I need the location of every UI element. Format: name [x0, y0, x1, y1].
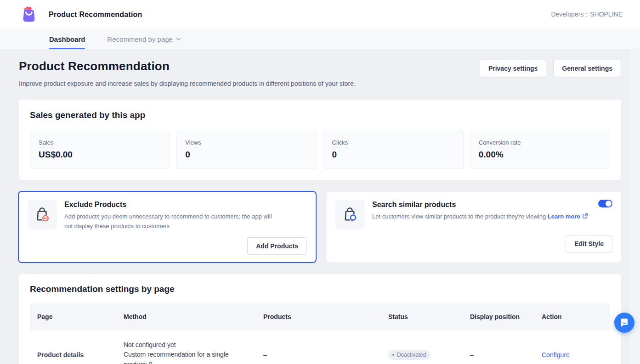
table-row: Product details Not configured yet Custo…	[30, 330, 610, 364]
developers-label: Developers：SHOPLINE	[551, 11, 623, 19]
stat-card-sales: Sales US$0.00	[30, 130, 170, 169]
stat-value-sales: US$0.00	[39, 150, 161, 160]
cell-method: Not configured yet Custom recommendation…	[116, 340, 256, 364]
add-products-button[interactable]: Add Products	[247, 237, 307, 255]
learn-more-link[interactable]: Learn more	[548, 213, 580, 220]
page-head: Product Recommendation Improve product e…	[19, 59, 621, 87]
col-header-products: Products	[256, 313, 381, 320]
search-similar-description: Let customers view similar products to t…	[372, 212, 588, 222]
settings-section-card: Recommendation settings by page Page Met…	[19, 274, 621, 364]
tab-dashboard[interactable]: Dashboard	[49, 29, 85, 49]
tab-recommend-by-page[interactable]: Recommend by page	[107, 29, 181, 49]
configure-link[interactable]: Configure	[542, 351, 570, 358]
exclude-products-title: Exclude Products	[64, 201, 273, 209]
cell-action: Configure	[534, 351, 610, 358]
chevron-down-icon	[176, 38, 181, 41]
chat-launcher-button[interactable]	[614, 313, 634, 333]
stat-value-views: 0	[185, 150, 308, 160]
col-header-display-position: Display position	[463, 313, 534, 320]
exclude-products-description: Add products you deem unnecessary to rec…	[64, 212, 273, 231]
sales-section-card: Sales generated by this app Sales US$0.0…	[19, 100, 621, 180]
general-settings-button[interactable]: General settings	[553, 60, 621, 77]
exclude-products-card: Exclude Products Add products you deem u…	[19, 192, 316, 262]
stat-card-views: Views 0	[176, 130, 317, 169]
sales-section-title: Sales generated by this app	[30, 110, 610, 120]
stat-card-clicks: Clicks 0	[323, 130, 464, 169]
search-similar-title: Search similar products	[372, 201, 588, 209]
col-header-method: Method	[116, 313, 256, 320]
app-header-title: Product Recommendation	[49, 11, 142, 19]
cell-status: Deactivated	[381, 350, 463, 360]
bag-exclude-icon	[33, 205, 51, 224]
page-subtitle: Improve product exposure and increase sa…	[19, 80, 356, 87]
stats-row: Sales US$0.00 Views 0 Clicks 0 Conversio…	[30, 130, 610, 169]
external-link-icon	[582, 213, 588, 219]
cell-page: Product details	[30, 351, 116, 358]
stat-label-sales: Sales	[39, 139, 54, 147]
search-similar-toggle[interactable]	[598, 200, 612, 207]
status-dot	[392, 354, 394, 356]
tab-dashboard-label: Dashboard	[49, 35, 85, 43]
tab-recommend-label: Recommend by page	[107, 35, 173, 43]
col-header-page: Page	[30, 313, 116, 320]
privacy-settings-button[interactable]: Privacy settings	[480, 60, 546, 77]
bag-search-icon	[341, 205, 359, 224]
tab-bar: Dashboard Recommend by page	[0, 29, 640, 50]
search-similar-card: Search similar products Let customers vi…	[327, 192, 621, 262]
settings-section-title: Recommendation settings by page	[30, 284, 610, 294]
stat-value-conversion-rate: 0.00%	[479, 150, 601, 160]
cell-products: –	[256, 351, 381, 358]
method-line-2: Custom recommendation for a single produ…	[124, 350, 249, 364]
stat-value-clicks: 0	[332, 150, 455, 160]
stat-label-views: Views	[185, 139, 201, 147]
cell-display-position: –	[463, 351, 534, 358]
col-header-status: Status	[381, 313, 463, 320]
settings-table: Page Method Products Status Display posi…	[30, 303, 610, 364]
page-title: Product Recommendation	[19, 59, 356, 73]
app-logo-icon	[19, 5, 39, 24]
stat-card-conversion-rate: Conversion rate 0.00%	[470, 130, 610, 169]
toggle-knob	[606, 201, 612, 207]
status-badge: Deactivated	[388, 350, 430, 360]
app-header: Product Recommendation Developers：SHOPLI…	[0, 0, 640, 29]
col-header-action: Action	[534, 313, 610, 320]
table-header-row: Page Method Products Status Display posi…	[30, 303, 610, 330]
stat-label-clicks: Clicks	[332, 139, 348, 147]
edit-style-button[interactable]: Edit Style	[566, 235, 612, 252]
search-similar-description-text: Let customers view similar products to t…	[372, 213, 546, 220]
exclude-products-icon-box	[28, 200, 57, 229]
method-line-1: Not configured yet	[124, 340, 249, 350]
chat-bubble-icon	[619, 318, 629, 328]
search-similar-icon-box	[335, 200, 365, 229]
stat-label-conversion-rate: Conversion rate	[479, 139, 521, 147]
status-badge-label: Deactivated	[397, 352, 426, 358]
